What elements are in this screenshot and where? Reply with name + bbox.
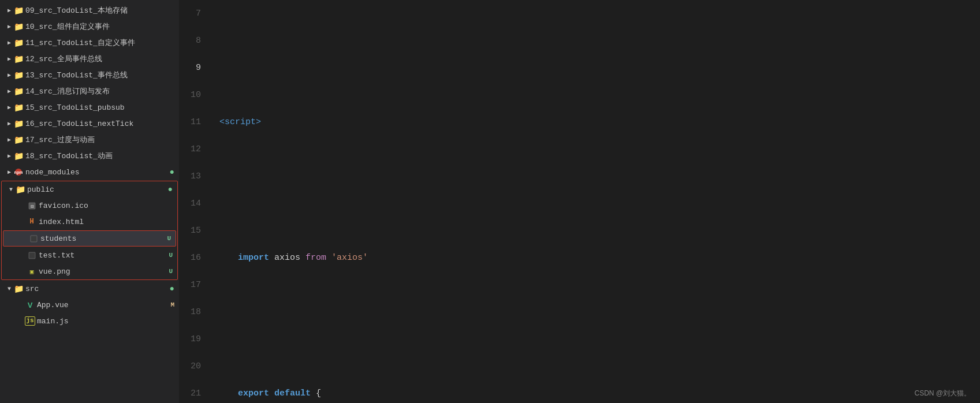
collapse-arrow: ▶ (5, 70, 14, 80)
sidebar-item-app-vue[interactable]: V App.vue M (0, 297, 179, 313)
token-script-tag: <script> (219, 109, 261, 136)
sidebar-item-main-js[interactable]: js main.js (0, 313, 179, 329)
folder-icon: 📁 (14, 103, 23, 112)
sidebar-item-09[interactable]: ▶ 📁 09_src_TodoList_本地存储 (0, 2, 179, 18)
watermark: CSDN @刘大猫。 (914, 389, 971, 398)
token-export: export (238, 380, 269, 403)
svg-rect-4 (31, 236, 37, 242)
sidebar-item-17[interactable]: ▶ 📁 17_src_过度与动画 (0, 132, 179, 148)
line-num-21: 21 (179, 380, 201, 403)
txt-icon (27, 251, 36, 260)
line-num-19: 19 (179, 326, 201, 353)
token-axios: axios (274, 244, 300, 271)
line-num-20: 20 (179, 353, 201, 380)
sidebar-item-src[interactable]: ▼ 📁 src ● (0, 281, 179, 297)
sidebar-item-label: App.vue (37, 301, 69, 309)
token-str-axios: 'axios' (331, 244, 368, 271)
code-content: <script> import axios from 'axios' expor… (208, 0, 980, 403)
line-num-17: 17 (179, 271, 201, 298)
svg-rect-5 (29, 252, 35, 259)
code-line-9: export default { (219, 380, 980, 403)
file-explorer[interactable]: ▶ 📁 09_src_TodoList_本地存储 ▶ 📁 10_src_组件自定… (0, 0, 179, 403)
sidebar-item-index-html[interactable]: H index.html (2, 214, 177, 230)
sidebar-item-label: 13_src_TodoList_事件总线 (25, 70, 128, 80)
collapse-arrow: ▶ (5, 167, 14, 177)
collapse-arrow: ▶ (5, 22, 14, 31)
sidebar-item-label: main.js (37, 317, 69, 326)
modified-badge-m: M (170, 301, 174, 308)
code-editor: 7 8 9 10 11 12 13 14 15 16 17 18 19 20 2… (179, 0, 980, 403)
png-icon: ▣ (27, 267, 36, 276)
sidebar-item-vue-png[interactable]: ▣ vue.png U (2, 263, 177, 279)
sidebar-item-students[interactable]: students U (3, 230, 176, 247)
token-space2 (300, 244, 305, 271)
sidebar-item-label: node_modules (25, 168, 80, 177)
line-numbers: 7 8 9 10 11 12 13 14 15 16 17 18 19 20 2… (179, 0, 208, 403)
svg-text:🖼: 🖼 (30, 204, 33, 208)
untracked-badge: U (169, 252, 173, 259)
folder-icon: 📁 (14, 87, 23, 96)
folder-icon: 📁 (16, 185, 25, 194)
collapse-arrow: ▶ (5, 103, 14, 112)
token-space (269, 244, 274, 271)
sidebar-item-label: 17_src_过度与动画 (25, 135, 95, 145)
collapse-arrow: ▶ (5, 119, 14, 128)
folder-icon: 📁 (14, 135, 23, 144)
sidebar-item-favicon[interactable]: 🖼 favicon.ico (2, 197, 177, 214)
folder-icon: 📁 (14, 38, 23, 47)
collapse-arrow: ▶ (5, 135, 14, 144)
token-from: from (305, 244, 326, 271)
folder-icon: 📁 (14, 54, 23, 64)
sidebar-item-10[interactable]: ▶ 📁 10_src_组件自定义事件 (0, 18, 179, 35)
line-num-16: 16 (179, 244, 201, 271)
line-num-10: 10 (179, 81, 201, 109)
collapse-arrow: ▶ (5, 38, 14, 47)
file-icon: 🖼 (27, 201, 36, 210)
npm-icon: npm (14, 167, 23, 177)
sidebar-item-node-modules[interactable]: ▶ npm node_modules ● (0, 164, 179, 180)
collapse-arrow: ▼ (6, 185, 16, 194)
modified-badge: ● (170, 284, 174, 293)
line-num-7: 7 (179, 0, 201, 27)
token-default: default (274, 380, 311, 403)
collapse-arrow: ▼ (5, 284, 14, 293)
collapse-arrow: ▶ (5, 151, 14, 161)
html-icon: H (27, 217, 36, 226)
collapse-arrow: ▶ (5, 87, 14, 96)
modified-badge: ● (168, 185, 173, 194)
vue-icon: V (25, 300, 35, 309)
sidebar-item-label: test.txt (39, 251, 74, 260)
line-num-15: 15 (179, 217, 201, 244)
sidebar-item-15[interactable]: ▶ 📁 15_src_TodoList_pubsub (0, 99, 179, 115)
sidebar-item-12[interactable]: ▶ 📁 12_src_全局事件总线 (0, 51, 179, 67)
line-num-8: 8 (179, 27, 201, 54)
svg-text:npm: npm (14, 170, 23, 175)
code-line-8: import axios from 'axios' (219, 244, 980, 271)
sidebar-item-label: favicon.ico (39, 201, 88, 210)
sidebar-item-18[interactable]: ▶ 📁 18_src_TodoList_动画 (0, 148, 179, 164)
folder-icon: 📁 (14, 22, 23, 31)
sidebar-item-13[interactable]: ▶ 📁 13_src_TodoList_事件总线 (0, 67, 179, 83)
folder-icon: 📁 (14, 70, 23, 80)
sidebar-item-public[interactable]: ▼ 📁 public ● (2, 181, 177, 197)
untracked-badge: U (167, 235, 171, 242)
sidebar-item-label: 14_src_消息订阅与发布 (25, 86, 110, 96)
sidebar-item-test-txt[interactable]: test.txt U (2, 247, 177, 263)
untracked-badge: U (169, 268, 173, 275)
sidebar-item-label: students (40, 234, 76, 243)
line-num-13: 13 (179, 163, 201, 190)
line-num-14: 14 (179, 190, 201, 217)
sidebar-item-11[interactable]: ▶ 📁 11_src_TodoList_自定义事件 (0, 35, 179, 51)
sidebar-item-label: 10_src_组件自定义事件 (25, 21, 110, 32)
sidebar-item-16[interactable]: ▶ 📁 16_src_TodoList_nextTick (0, 115, 179, 132)
code-line-7: <script> (219, 109, 980, 136)
folder-icon: 📁 (14, 151, 23, 161)
sidebar-item-label: 15_src_TodoList_pubsub (25, 103, 125, 112)
students-file-icon (29, 234, 38, 243)
line-num-18: 18 (179, 298, 201, 326)
sidebar-item-label: index.html (39, 218, 84, 226)
collapse-arrow: ▶ (5, 54, 14, 64)
sidebar-item-label: 09_src_TodoList_本地存储 (25, 5, 128, 16)
line-num-9: 9 (179, 54, 201, 81)
sidebar-item-14[interactable]: ▶ 📁 14_src_消息订阅与发布 (0, 83, 179, 99)
